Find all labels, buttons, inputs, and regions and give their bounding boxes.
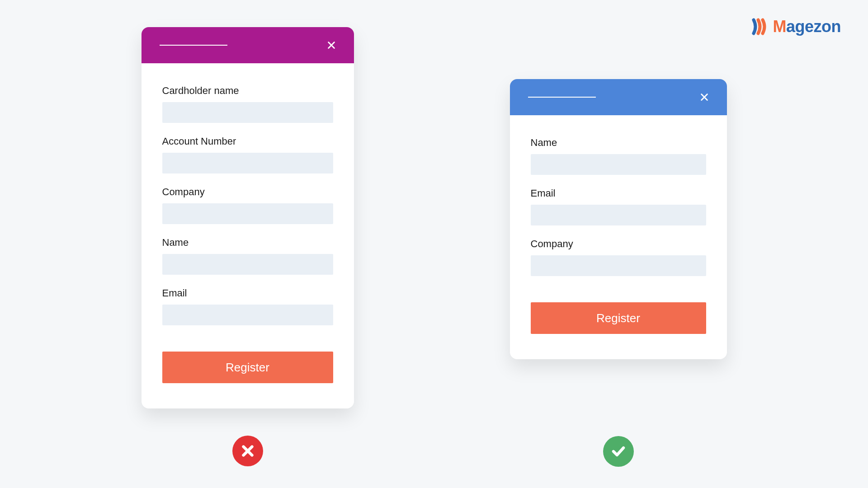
card-body: Cardholder name Account Number Company N… (142, 63, 354, 408)
email-input[interactable] (162, 305, 333, 325)
field-label: Name (162, 237, 333, 249)
name-input[interactable] (531, 154, 706, 175)
card-header (142, 27, 354, 63)
field-account-number: Account Number (162, 136, 333, 174)
field-label: Account Number (162, 136, 333, 147)
field-email: Email (531, 188, 706, 225)
name-input[interactable] (162, 254, 333, 275)
field-name: Name (531, 137, 706, 175)
field-label: Email (162, 287, 333, 299)
form-card-bad: Cardholder name Account Number Company N… (142, 27, 354, 408)
close-icon[interactable] (324, 38, 339, 52)
company-input[interactable] (162, 203, 333, 224)
field-company: Company (162, 186, 333, 224)
cardholder-name-input[interactable] (162, 102, 333, 123)
header-title-placeholder (160, 45, 227, 46)
register-button[interactable]: Register (531, 302, 706, 334)
account-number-input[interactable] (162, 153, 333, 174)
field-label: Cardholder name (162, 85, 333, 97)
field-name: Name (162, 237, 333, 275)
example-good: Name Email Company Register (510, 27, 727, 467)
field-label: Company (162, 186, 333, 198)
form-card-good: Name Email Company Register (510, 79, 727, 359)
field-label: Company (531, 238, 706, 250)
register-button[interactable]: Register (162, 352, 333, 383)
header-title-placeholder (528, 97, 596, 98)
field-company: Company (531, 238, 706, 276)
field-email: Email (162, 287, 333, 325)
example-bad: Cardholder name Account Number Company N… (142, 27, 354, 467)
card-header (510, 79, 727, 115)
close-icon[interactable] (697, 90, 712, 104)
field-label: Email (531, 188, 706, 199)
company-input[interactable] (531, 255, 706, 276)
email-input[interactable] (531, 205, 706, 225)
card-body: Name Email Company Register (510, 115, 727, 359)
field-cardholder-name: Cardholder name (162, 85, 333, 123)
status-bad-icon (232, 436, 263, 466)
status-good-icon (603, 436, 634, 467)
field-label: Name (531, 137, 706, 149)
